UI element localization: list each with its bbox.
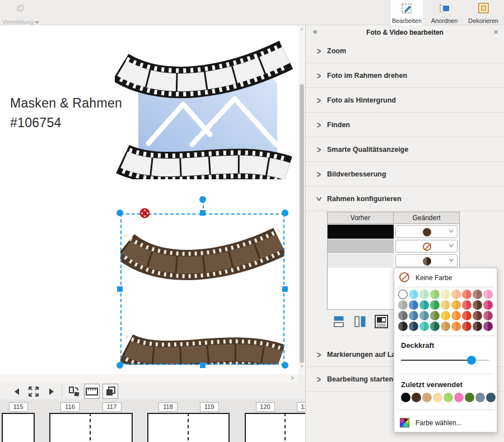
tab-dekorieren[interactable]: Dekorieren [465,0,501,25]
rotate-handle[interactable] [199,196,206,203]
palette-color-swatch[interactable] [409,290,418,299]
palette-color-swatch[interactable] [451,322,461,331]
scroll-up-icon[interactable]: > [299,26,305,32]
page-thumbnail-119[interactable] [189,413,230,442]
scroll-down-icon[interactable]: > [299,363,305,370]
move-handle[interactable] [139,208,150,218]
recent-color-swatch[interactable] [486,393,496,402]
palette-color-swatch[interactable] [398,322,408,331]
recent-color-swatch[interactable] [444,393,453,402]
flip-horizontal-button[interactable] [352,311,368,332]
palette-color-swatch[interactable] [473,322,482,331]
scroll-right-icon[interactable]: > [291,375,294,381]
palette-color-swatch[interactable] [419,311,429,320]
resize-handle-w[interactable] [117,286,123,292]
filmstrip-frame-preview[interactable] [115,32,294,182]
tab-anordnen[interactable]: Anordnen [427,0,462,25]
after-color-dropdown[interactable]: > [395,240,458,253]
palette-color-swatch[interactable] [451,290,461,299]
section-smarte-qualit-tsanzeige[interactable]: >Smarte Qualitätsanzeige [306,138,504,162]
palette-color-swatch[interactable] [409,300,418,310]
page-thumbnail-120[interactable] [245,413,286,442]
after-color-dropdown[interactable]: > [395,225,458,238]
resize-handle-n[interactable] [200,210,206,216]
flip-vertical-button[interactable] [330,311,347,332]
palette-color-swatch[interactable] [398,300,408,310]
resize-handle-e[interactable] [282,286,288,292]
palette-color-swatch[interactable] [419,322,429,331]
page-number-tab[interactable]: 120 [256,402,275,412]
resize-handle-s[interactable] [200,362,206,368]
palette-color-swatch[interactable] [419,300,429,310]
resize-handle-sw[interactable] [116,362,123,369]
palette-color-swatch[interactable] [462,322,472,331]
section-finden[interactable]: >Finden [306,113,504,137]
page-number-tab[interactable]: 115 [9,402,28,412]
section-zoom[interactable]: >Zoom [306,39,504,63]
after-color-dropdown[interactable]: > [395,254,458,267]
section-rahmen-konfigurieren[interactable]: >Rahmen konfigurieren [306,187,504,211]
page-thumbnail-118[interactable] [147,413,189,442]
palette-color-swatch[interactable] [473,290,482,299]
palette-color-swatch[interactable] [483,311,493,320]
resize-handle-nw[interactable] [116,210,123,216]
palette-color-swatch[interactable] [473,311,482,320]
spread-view-button[interactable] [102,384,118,399]
palette-color-swatch[interactable] [398,311,408,320]
palette-color-swatch[interactable] [462,311,472,320]
palette-color-swatch[interactable] [483,290,493,299]
palette-color-swatch[interactable] [483,322,493,331]
recent-color-swatch[interactable] [454,393,464,402]
no-color-option[interactable]: Keine Farbe [394,271,497,285]
palette-color-swatch[interactable] [441,322,450,331]
recent-color-swatch[interactable] [433,393,442,402]
palette-color-swatch[interactable] [441,311,450,320]
palette-color-swatch[interactable] [483,300,493,310]
tab-bearbeiten[interactable]: Bearbeiten [391,0,423,25]
prev-page-button[interactable] [9,384,25,399]
palette-color-swatch[interactable] [451,300,461,310]
palette-color-swatch[interactable] [462,290,472,299]
ruler-toggle-button[interactable] [84,384,100,399]
canvas-vertical-scrollbar[interactable]: > > [298,25,305,375]
vscroll-thumb[interactable] [300,84,304,363]
frame-style-button[interactable] [373,311,390,332]
opacity-slider[interactable] [401,355,489,365]
next-page-button[interactable] [44,384,59,399]
editor-canvas[interactable]: Masken & Rahmen #106754 [0,25,298,374]
recent-color-swatch[interactable] [422,393,432,402]
resize-handle-ne[interactable] [282,210,288,216]
canvas-caption-text[interactable]: Masken & Rahmen #106754 [10,94,122,133]
resize-handle-se[interactable] [282,362,288,369]
page-number-tab[interactable]: 118 [158,402,178,412]
page-number-tab[interactable]: 119 [200,402,219,412]
section-foto-im-rahmen-drehen[interactable]: >Foto im Rahmen drehen [306,64,504,88]
palette-color-swatch[interactable] [409,322,418,331]
page-thumbnail-115[interactable] [2,413,35,442]
palette-color-swatch[interactable] [409,311,418,320]
palette-color-swatch[interactable] [419,290,429,299]
palette-color-swatch[interactable] [441,300,450,310]
palette-color-swatch[interactable] [441,290,450,299]
palette-color-swatch[interactable] [430,290,440,299]
page-number-tab[interactable]: 116 [60,402,80,412]
canvas-horizontal-scrollbar[interactable]: > [0,374,298,383]
slider-knob[interactable] [467,356,476,365]
palette-color-swatch[interactable] [462,300,472,310]
page-thumbnail-116[interactable] [49,413,91,442]
palette-color-swatch[interactable] [430,300,440,310]
palette-color-swatch[interactable] [430,311,440,320]
recent-color-swatch[interactable] [465,393,474,402]
palette-color-swatch[interactable] [398,290,408,299]
swap-pages-button[interactable] [66,384,82,399]
selected-object[interactable] [120,213,284,365]
palette-color-swatch[interactable] [430,322,440,331]
fit-view-button[interactable] [26,384,41,399]
section-foto-als-hintergrund[interactable]: >Foto als Hintergrund [306,89,504,113]
veredelung-button[interactable]: Veredelung [2,1,39,25]
close-panel-icon[interactable]: × [493,27,498,36]
page-thumbnail-117[interactable] [91,413,133,442]
recent-color-swatch[interactable] [475,393,485,402]
page-number-tab[interactable]: 117 [102,402,122,412]
choose-color-option[interactable]: Farbe wählen... [394,415,497,431]
